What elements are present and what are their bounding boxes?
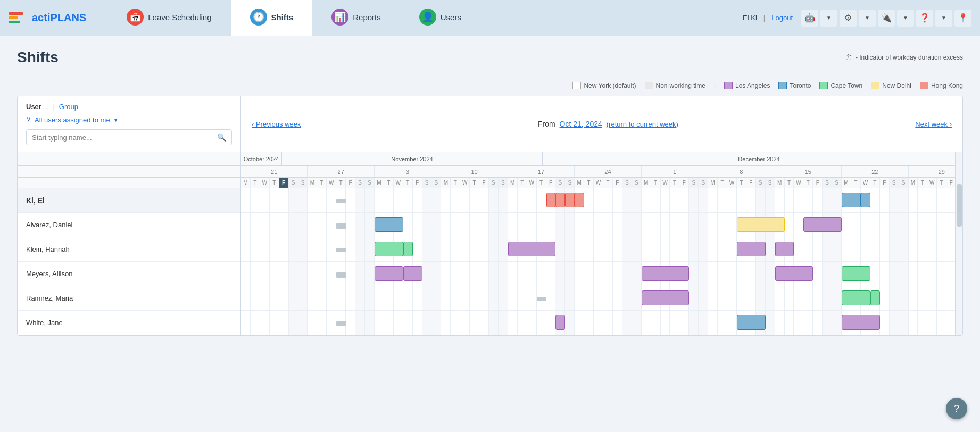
- slot-r2-d43[interactable]: [651, 237, 661, 261]
- slot-r3-d67[interactable]: [880, 262, 890, 286]
- slot-r0-d67[interactable]: [880, 188, 890, 212]
- slot-r3-d51[interactable]: [727, 262, 737, 286]
- slot-r2-d8[interactable]: [317, 237, 327, 261]
- sort-user-label[interactable]: User: [26, 103, 41, 111]
- slot-r4-d8[interactable]: [317, 286, 327, 310]
- slot-r0-d74[interactable]: [946, 188, 955, 212]
- slot-r5-d42[interactable]: [642, 311, 651, 335]
- slot-r4-d56[interactable]: [775, 286, 785, 310]
- slot-r5-d67[interactable]: [880, 311, 890, 335]
- slot-r1-d14[interactable]: [375, 213, 384, 237]
- slot-r1-d2[interactable]: [260, 213, 270, 237]
- slot-r3-d6[interactable]: [298, 262, 308, 286]
- slot-r0-d50[interactable]: [718, 188, 727, 212]
- slot-r2-d65[interactable]: [861, 237, 870, 261]
- current-date-link[interactable]: Oct 21, 2024: [560, 120, 602, 128]
- slot-r3-d34[interactable]: [565, 262, 575, 286]
- slot-r5-d44[interactable]: [661, 311, 670, 335]
- slot-r4-d15[interactable]: [384, 286, 394, 310]
- slot-r0-d47[interactable]: [689, 188, 699, 212]
- slot-r0-d3[interactable]: [270, 188, 279, 212]
- slot-r3-d45[interactable]: [670, 262, 679, 286]
- slot-r4-d41[interactable]: [632, 286, 642, 310]
- slot-r0-d11[interactable]: [346, 188, 355, 212]
- slot-r5-d31[interactable]: [537, 311, 546, 335]
- slot-r5-d37[interactable]: [594, 311, 603, 335]
- slot-r0-d59[interactable]: [803, 188, 813, 212]
- slot-r2-d1[interactable]: [251, 237, 260, 261]
- slot-r2-d27[interactable]: [499, 237, 508, 261]
- slot-r2-d4[interactable]: [279, 237, 289, 261]
- slot-r1-d0[interactable]: [241, 213, 251, 237]
- slot-r5-d64[interactable]: [851, 311, 861, 335]
- slot-r0-d26[interactable]: [489, 188, 499, 212]
- slot-r5-d18[interactable]: [413, 311, 422, 335]
- slot-r2-d56[interactable]: [775, 237, 785, 261]
- slot-r0-d16[interactable]: [394, 188, 403, 212]
- slot-r3-d1[interactable]: [251, 262, 260, 286]
- slot-r0-d41[interactable]: [632, 188, 642, 212]
- slot-r1-d46[interactable]: [679, 213, 689, 237]
- slot-r5-d33[interactable]: [555, 311, 565, 335]
- slot-r3-d56[interactable]: [775, 262, 785, 286]
- slot-r3-d44[interactable]: [661, 262, 670, 286]
- slot-r4-d26[interactable]: [489, 286, 499, 310]
- slot-r4-d9[interactable]: [327, 286, 336, 310]
- slot-r4-d57[interactable]: [785, 286, 794, 310]
- slot-r0-d46[interactable]: [679, 188, 689, 212]
- slot-r4-d67[interactable]: [880, 286, 890, 310]
- slot-r4-d28[interactable]: [508, 286, 518, 310]
- slot-r1-d24[interactable]: [470, 213, 479, 237]
- logout-link[interactable]: Logout: [771, 14, 793, 22]
- slot-r3-d16[interactable]: [394, 262, 403, 286]
- slot-r2-d66[interactable]: [870, 237, 880, 261]
- slot-r3-d59[interactable]: [803, 262, 813, 286]
- slot-r2-d70[interactable]: [909, 237, 918, 261]
- slot-r0-d72[interactable]: [927, 188, 937, 212]
- slot-r3-d8[interactable]: [317, 262, 327, 286]
- slot-r5-d49[interactable]: [708, 311, 718, 335]
- slot-r1-d12[interactable]: [355, 213, 365, 237]
- slot-r1-d65[interactable]: [861, 213, 870, 237]
- slot-r3-d18[interactable]: [413, 262, 422, 286]
- slot-r0-d48[interactable]: [699, 188, 708, 212]
- slot-r1-d56[interactable]: [775, 213, 785, 237]
- slot-r2-d35[interactable]: [575, 237, 584, 261]
- slot-r4-d11[interactable]: [346, 286, 355, 310]
- slot-r5-d46[interactable]: [679, 311, 689, 335]
- slot-r0-d32[interactable]: [546, 188, 556, 212]
- slot-r4-d12[interactable]: [355, 286, 365, 310]
- slot-r1-d1[interactable]: [251, 213, 260, 237]
- slot-r1-d30[interactable]: [527, 213, 537, 237]
- slot-r3-d12[interactable]: [355, 262, 365, 286]
- slot-r4-d32[interactable]: [546, 286, 556, 310]
- group-filter-link[interactable]: Group: [59, 103, 78, 111]
- slot-r2-d38[interactable]: [603, 237, 613, 261]
- next-week-button[interactable]: Next week ›: [915, 120, 952, 128]
- slot-r3-d65[interactable]: [861, 262, 870, 286]
- slot-r1-d10[interactable]: [336, 213, 346, 237]
- slot-r1-d29[interactable]: [518, 213, 527, 237]
- slot-r5-d6[interactable]: [298, 311, 308, 335]
- slot-r3-d29[interactable]: [518, 262, 527, 286]
- slot-r2-d41[interactable]: [632, 237, 642, 261]
- slot-r5-d7[interactable]: [308, 311, 317, 335]
- slot-r1-d7[interactable]: [308, 213, 317, 237]
- slot-r4-d40[interactable]: [622, 286, 632, 310]
- slot-r5-d69[interactable]: [899, 311, 909, 335]
- slot-r3-d54[interactable]: [756, 262, 766, 286]
- slot-r4-d62[interactable]: [832, 286, 842, 310]
- slot-r4-d19[interactable]: [422, 286, 432, 310]
- slot-r1-d33[interactable]: [555, 213, 565, 237]
- slot-r0-d42[interactable]: [642, 188, 651, 212]
- slot-r2-d57[interactable]: [785, 237, 794, 261]
- slot-r2-d23[interactable]: [460, 237, 470, 261]
- slot-r2-d71[interactable]: [918, 237, 927, 261]
- slot-r5-d8[interactable]: [317, 311, 327, 335]
- slot-r0-d71[interactable]: [918, 188, 927, 212]
- slot-r3-d53[interactable]: [746, 262, 756, 286]
- slot-r0-d7[interactable]: [308, 188, 317, 212]
- slot-r2-d9[interactable]: [327, 237, 336, 261]
- slot-r0-d62[interactable]: [832, 188, 842, 212]
- slot-r0-d60[interactable]: [813, 188, 823, 212]
